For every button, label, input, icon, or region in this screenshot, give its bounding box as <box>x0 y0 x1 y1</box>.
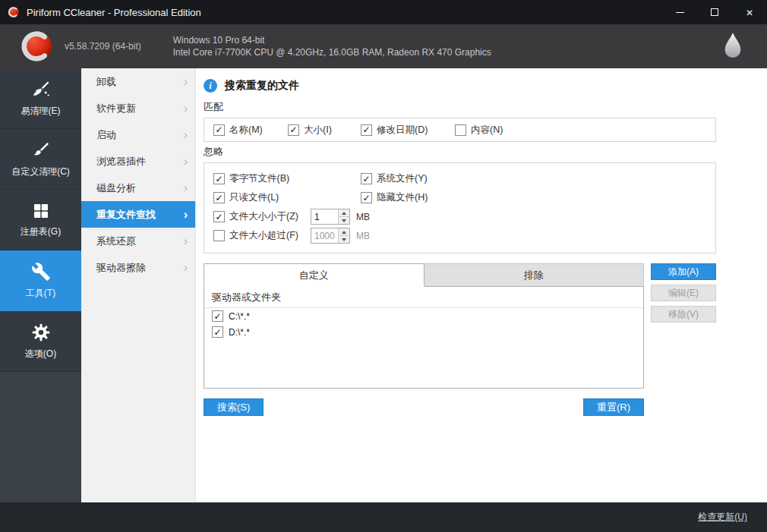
broom-icon <box>31 80 51 99</box>
ignore-options-box: 零字节文件(B) 系统文件(Y) 只读文件(L) 隐藏文件(H) <box>204 162 716 253</box>
sidebar-item-label: 选项(O) <box>25 348 56 360</box>
tools-menu-item-disk-analyzer[interactable]: 磁盘分析› <box>81 175 195 201</box>
sidebar-item-label: 注册表(G) <box>21 225 61 238</box>
tools-menu-item-software-updater[interactable]: 软件更新› <box>81 95 195 121</box>
tools-menu-item-browser-plugins[interactable]: 浏览器插件› <box>81 148 195 175</box>
app-logo-icon <box>8 6 20 18</box>
checkbox <box>213 230 225 241</box>
spinner-up-icon <box>342 231 346 234</box>
max-size-spinner[interactable]: 1000 <box>311 228 350 244</box>
page-title: i 搜索重复的文件 <box>204 74 767 97</box>
info-icon: i <box>204 79 217 93</box>
edit-button[interactable]: 编辑(E) <box>651 285 716 301</box>
ignore-option-system-files[interactable]: 系统文件(Y) <box>361 172 428 185</box>
reset-button[interactable]: 重置(R) <box>583 398 644 416</box>
version-label: v5.58.7209 (64-bit) <box>65 41 141 52</box>
ignore-option-hidden-files[interactable]: 隐藏文件(H) <box>361 191 428 204</box>
check-updates-link[interactable]: 检查更新(U) <box>698 511 747 524</box>
spinner-arrows <box>338 209 349 224</box>
sidebar-item-label: 易清理(E) <box>21 105 61 118</box>
checkbox <box>361 192 372 203</box>
match-option-size[interactable]: 大小(I) <box>288 124 361 137</box>
sidebar-item-options[interactable]: 选项(O) <box>0 311 81 372</box>
chevron-right-icon: › <box>184 182 188 194</box>
page-title-text: 搜索重复的文件 <box>225 79 299 93</box>
drive-row-checkbox[interactable] <box>212 310 223 322</box>
spinner-arrows <box>338 228 349 243</box>
match-option-name[interactable]: 名称(M) <box>213 124 288 137</box>
search-button[interactable]: 搜索(S) <box>204 398 264 416</box>
spinner-up-button[interactable] <box>339 209 349 216</box>
checkbox <box>213 173 225 184</box>
table-row[interactable]: C:\*.* <box>204 308 643 324</box>
tabbar: 自定义 排除 <box>204 263 644 286</box>
chevron-right-icon: › <box>184 102 188 115</box>
drive-path: C:\*.* <box>229 311 250 322</box>
spinner-up-button[interactable] <box>339 228 349 235</box>
minimize-button[interactable] <box>662 0 697 24</box>
sidebar-item-label: 自定义清理(C) <box>11 165 70 178</box>
ccleaner-logo-icon <box>20 29 55 64</box>
close-icon <box>746 5 753 19</box>
add-button[interactable]: 添加(A) <box>651 263 716 280</box>
tools-menu-item-drive-wiper[interactable]: 驱动器擦除› <box>81 254 195 281</box>
bulb-icon <box>721 32 744 61</box>
checkbox <box>455 124 466 136</box>
min-size-unit: MB <box>356 212 370 222</box>
ignore-option-zero-byte[interactable]: 零字节文件(B) <box>213 172 361 185</box>
maximize-button[interactable] <box>697 0 732 24</box>
match-option-content[interactable]: 内容(N) <box>455 124 503 137</box>
sidebar-item-registry[interactable]: 注册表(G) <box>0 190 81 250</box>
chevron-right-icon: › <box>184 156 188 168</box>
tools-menu-item-uninstall[interactable]: 卸载› <box>81 68 195 95</box>
checkbox <box>361 173 372 184</box>
minimize-icon <box>676 12 684 13</box>
spinner-down-button[interactable] <box>339 216 349 224</box>
registry-grid-icon <box>32 202 50 220</box>
match-option-modified-date[interactable]: 修改日期(D) <box>361 124 455 137</box>
system-info-hardware: Intel Core i7-7700K CPU @ 4.20GHz, 16.0G… <box>173 46 491 58</box>
checkbox <box>361 124 372 136</box>
match-options-box: 名称(M) 大小(I) 修改日期(D) 内容(N) <box>204 118 716 142</box>
min-size-value: 1 <box>311 209 338 224</box>
spinner-down-icon <box>342 219 346 222</box>
sidebar-item-custom-clean[interactable]: 自定义清理(C) <box>0 129 81 190</box>
list-buttons: 添加(A) 编辑(E) 移除(V) <box>651 263 716 389</box>
include-list: 自定义 排除 驱动器或文件夹 C:\*.* D:\*.* <box>204 263 644 389</box>
footer-bar: 检查更新(U) <box>0 502 767 532</box>
main-content: i 搜索重复的文件 匹配 名称(M) 大小(I) 修改日期(D) <box>196 68 767 502</box>
spinner-up-icon <box>342 212 346 215</box>
match-section-label: 匹配 <box>204 100 767 114</box>
sidebar-item-tools[interactable]: 工具(T) <box>0 250 81 311</box>
system-info: Windows 10 Pro 64-bit Intel Core i7-7700… <box>173 34 491 58</box>
tools-menu-item-startup[interactable]: 启动› <box>81 121 195 148</box>
tab-custom[interactable]: 自定义 <box>204 263 425 287</box>
close-button[interactable] <box>732 0 767 24</box>
remove-button[interactable]: 移除(V) <box>651 306 716 323</box>
ignore-option-read-only[interactable]: 只读文件(L) <box>213 191 361 204</box>
checkbox <box>213 211 225 222</box>
spinner-down-button[interactable] <box>339 235 349 243</box>
chevron-right-icon: › <box>184 209 188 221</box>
sidebar-item-easy-clean[interactable]: 易清理(E) <box>0 68 81 129</box>
max-size-value: 1000 <box>311 228 338 243</box>
spinner-down-icon <box>342 238 346 241</box>
drives-table: 驱动器或文件夹 C:\*.* D:\*.* <box>204 286 644 389</box>
window-controls <box>662 0 767 24</box>
drive-row-checkbox[interactable] <box>212 326 223 338</box>
sidebar: 易清理(E) 自定义清理(C) <box>0 68 81 502</box>
checkbox <box>288 124 299 136</box>
ccleaner-window: Piriform CCleaner - Professional Edition… <box>0 0 767 532</box>
sidebar-item-label: 工具(T) <box>26 287 55 300</box>
table-row[interactable]: D:\*.* <box>204 324 643 340</box>
tools-menu: 卸载› 软件更新› 启动› 浏览器插件› 磁盘分析› 重复文件查找› 系统还原›… <box>81 68 196 502</box>
ignore-row: 只读文件(L) 隐藏文件(H) <box>213 188 706 207</box>
tab-exclude[interactable]: 排除 <box>425 263 645 286</box>
brush-icon <box>31 140 51 160</box>
min-size-spinner[interactable]: 1 <box>311 209 350 225</box>
ignore-option-size-larger[interactable]: 文件大小超过(F) <box>213 229 311 242</box>
ignore-option-size-smaller[interactable]: 文件大小小于(Z) <box>213 210 311 223</box>
tools-menu-item-system-restore[interactable]: 系统还原› <box>81 228 195 254</box>
drives-table-header: 驱动器或文件夹 <box>204 287 643 308</box>
tools-menu-item-duplicate-finder[interactable]: 重复文件查找› <box>81 201 195 228</box>
